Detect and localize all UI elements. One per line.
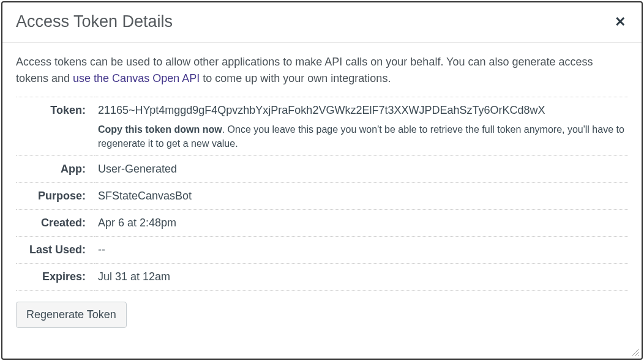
modal-title: Access Token Details (16, 12, 173, 31)
token-cell: 21165~HYpt4mggd9gF4QpvzhbYxjPraFokh2VGWk… (94, 97, 628, 156)
table-row-app: App: User-Generated (16, 156, 628, 183)
modal-body: Access tokens can be used to allow other… (2, 43, 642, 359)
close-button[interactable]: ✕ (612, 15, 628, 29)
app-value: User-Generated (94, 156, 628, 183)
last-used-value: -- (94, 237, 628, 264)
token-label: Token: (16, 97, 94, 156)
expires-label: Expires: (16, 264, 94, 291)
svg-line-2 (638, 355, 639, 356)
svg-line-0 (632, 349, 639, 356)
token-note: Copy this token down now. Once you leave… (98, 122, 624, 151)
intro-after: to come up with your own integrations. (200, 72, 391, 84)
access-token-modal: Access Token Details ✕ Access tokens can… (1, 1, 643, 360)
table-row-expires: Expires: Jul 31 at 12am (16, 264, 628, 291)
intro-text: Access tokens can be used to allow other… (16, 54, 628, 87)
table-row-created: Created: Apr 6 at 2:48pm (16, 210, 628, 237)
table-row-token: Token: 21165~HYpt4mggd9gF4QpvzhbYxjPraFo… (16, 97, 628, 156)
purpose-value: SFStateCanvasBot (94, 183, 628, 210)
created-value: Apr 6 at 2:48pm (94, 210, 628, 237)
open-api-link[interactable]: use the Canvas Open API (73, 72, 200, 84)
token-value: 21165~HYpt4mggd9gF4QpvzhbYxjPraFokh2VGWk… (98, 102, 624, 119)
created-label: Created: (16, 210, 94, 237)
expires-value: Jul 31 at 12am (94, 264, 628, 291)
purpose-label: Purpose: (16, 183, 94, 210)
resize-handle-icon[interactable] (631, 348, 640, 357)
app-label: App: (16, 156, 94, 183)
details-table: Token: 21165~HYpt4mggd9gF4QpvzhbYxjPraFo… (16, 97, 628, 291)
close-icon: ✕ (615, 14, 626, 29)
last-used-label: Last Used: (16, 237, 94, 264)
token-note-bold: Copy this token down now (98, 124, 222, 135)
modal-header: Access Token Details ✕ (2, 2, 642, 43)
table-row-last-used: Last Used: -- (16, 237, 628, 264)
table-row-purpose: Purpose: SFStateCanvasBot (16, 183, 628, 210)
regenerate-token-button[interactable]: Regenerate Token (16, 302, 127, 328)
